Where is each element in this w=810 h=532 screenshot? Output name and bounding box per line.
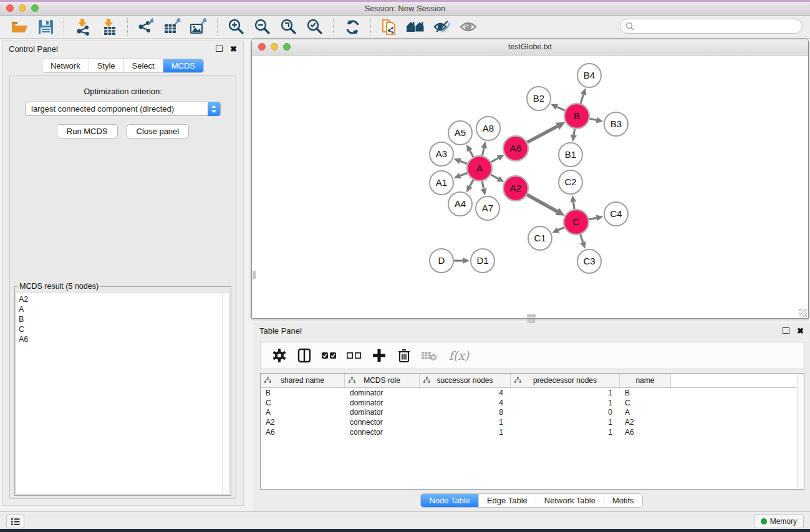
graph-edge[interactable] — [589, 118, 597, 120]
show-graphics-details-button[interactable] — [456, 17, 481, 37]
table-row[interactable]: B dominator 4 1 B — [261, 388, 804, 398]
graph-edge[interactable] — [470, 150, 473, 157]
tab-style[interactable]: Style — [89, 59, 123, 72]
graph-edge[interactable] — [558, 227, 565, 230]
column-header-predecessor-nodes[interactable]: predecessor nodes — [511, 374, 620, 387]
cell-mcds-role[interactable]: dominator — [345, 389, 420, 397]
graph-edge[interactable] — [460, 161, 468, 164]
deselect-all-button[interactable] — [343, 345, 365, 366]
cell-mcds-role[interactable]: dominator — [345, 399, 420, 407]
tab-motifs[interactable]: Motifs — [604, 494, 642, 507]
add-column-button[interactable] — [368, 345, 390, 366]
cell-predecessor-nodes[interactable]: 0 — [511, 408, 620, 417]
list-scrollbar[interactable] — [222, 293, 229, 494]
zoom-selected-button[interactable] — [302, 17, 327, 37]
table-settings-button[interactable] — [268, 345, 291, 366]
cell-predecessor-nodes[interactable]: 1 — [511, 418, 620, 427]
cell-shared-name[interactable]: A — [261, 408, 345, 417]
cell-name[interactable]: A — [620, 408, 671, 417]
column-header-name[interactable]: name — [620, 374, 671, 387]
list-item[interactable]: A2 — [19, 294, 229, 304]
table-row[interactable]: C dominator 4 1 C — [261, 398, 804, 408]
cell-name[interactable]: C — [620, 399, 671, 407]
table-scrollbar[interactable] — [797, 374, 804, 489]
network-window-titlebar[interactable]: testGlobe.txt — [252, 39, 808, 56]
tab-select[interactable]: Select — [123, 59, 163, 72]
column-header-successor-nodes[interactable]: successor nodes — [420, 374, 511, 387]
mcds-result-list[interactable]: A2 A B C A6 — [16, 292, 230, 495]
table-row[interactable]: A2 connector 1 1 A2 — [261, 417, 804, 427]
list-item[interactable]: B — [19, 314, 229, 324]
import-table-button[interactable] — [97, 17, 122, 37]
tab-mcds[interactable]: MCDS — [163, 59, 203, 72]
cell-shared-name[interactable]: A6 — [261, 428, 345, 437]
graph-edge[interactable] — [580, 234, 583, 243]
graph-edge[interactable] — [574, 128, 575, 135]
close-panel-icon[interactable]: ✖ — [230, 45, 237, 53]
cell-name[interactable]: A2 — [620, 418, 671, 427]
export-table-button[interactable] — [160, 17, 185, 37]
export-network-button[interactable] — [134, 17, 159, 37]
cell-mcds-role[interactable]: connector — [345, 428, 420, 437]
import-network-button[interactable] — [70, 17, 95, 37]
graph-edge[interactable] — [491, 175, 498, 179]
zoom-in-button[interactable] — [224, 17, 249, 37]
zoom-out-button[interactable] — [250, 17, 275, 37]
refresh-button[interactable] — [340, 17, 365, 37]
delete-column-button[interactable] — [393, 345, 415, 366]
graph-edge[interactable] — [557, 107, 566, 110]
horizontal-scroll-indicator[interactable] — [527, 314, 536, 317]
graph-edge[interactable] — [460, 173, 468, 176]
select-all-button[interactable] — [318, 345, 340, 366]
tab-network[interactable]: Network — [42, 59, 89, 72]
cell-shared-name[interactable]: B — [261, 389, 345, 397]
save-session-button[interactable] — [33, 17, 58, 37]
cell-shared-name[interactable]: C — [261, 399, 345, 407]
function-builder-button[interactable]: f(x) — [443, 345, 475, 366]
graph-edge[interactable] — [526, 195, 557, 211]
cell-predecessor-nodes[interactable]: 1 — [511, 399, 620, 407]
task-history-button[interactable] — [6, 515, 24, 528]
cell-successor-nodes[interactable]: 4 — [420, 399, 511, 407]
close-panel-button[interactable]: Close panel — [127, 124, 190, 138]
vertical-scroll-indicator[interactable] — [253, 271, 256, 279]
column-header-mcds-role[interactable]: MCDS role — [345, 374, 420, 387]
table-row[interactable]: A dominator 8 0 A — [261, 407, 804, 417]
graph-edge[interactable] — [482, 181, 484, 189]
graph-edge[interactable] — [589, 218, 597, 220]
cell-successor-nodes[interactable]: 1 — [420, 428, 511, 437]
cell-successor-nodes[interactable]: 1 — [420, 418, 511, 427]
cell-successor-nodes[interactable]: 8 — [420, 408, 511, 417]
optimization-criterion-select[interactable]: largest connected component (directed) — [25, 102, 221, 116]
cell-successor-nodes[interactable]: 4 — [420, 389, 511, 397]
resize-grip[interactable] — [799, 309, 807, 317]
home-button[interactable] — [403, 17, 428, 37]
run-mcds-button[interactable]: Run MCDS — [57, 124, 118, 138]
graph-edge[interactable] — [470, 180, 473, 186]
graph-edge[interactable] — [573, 202, 574, 210]
tab-network-table[interactable]: Network Table — [536, 494, 604, 507]
search-box[interactable] — [620, 19, 803, 34]
column-header-shared-name[interactable]: shared name — [261, 374, 345, 387]
list-item[interactable]: A — [19, 304, 229, 314]
cell-name[interactable]: A6 — [620, 428, 671, 437]
cell-predecessor-nodes[interactable]: 1 — [511, 389, 620, 397]
list-item[interactable]: C — [19, 324, 229, 334]
network-canvas[interactable]: B4B2BB3A5A8A6B1A3AA1C2A2A4A7C4CC1C3DD1 — [253, 56, 808, 317]
table-row[interactable]: A6 connector 1 1 A6 — [261, 427, 804, 437]
duplicate-network-button[interactable] — [377, 17, 402, 37]
cell-shared-name[interactable]: A2 — [261, 418, 345, 427]
cell-mcds-role[interactable]: dominator — [345, 408, 420, 417]
close-table-panel-icon[interactable]: ✖ — [797, 327, 804, 335]
graph-edge[interactable] — [581, 95, 584, 104]
list-item[interactable]: A6 — [19, 334, 229, 344]
delete-table-button[interactable] — [418, 345, 440, 366]
cell-predecessor-nodes[interactable]: 1 — [511, 428, 620, 437]
float-table-panel-icon[interactable] — [783, 327, 789, 334]
hide-graphics-details-button[interactable] — [430, 17, 455, 37]
search-input[interactable] — [637, 21, 802, 31]
cell-mcds-role[interactable]: connector — [345, 418, 420, 427]
graph-edge[interactable] — [527, 126, 557, 142]
column-selector-button[interactable] — [293, 345, 316, 366]
cell-name[interactable]: B — [620, 389, 671, 397]
